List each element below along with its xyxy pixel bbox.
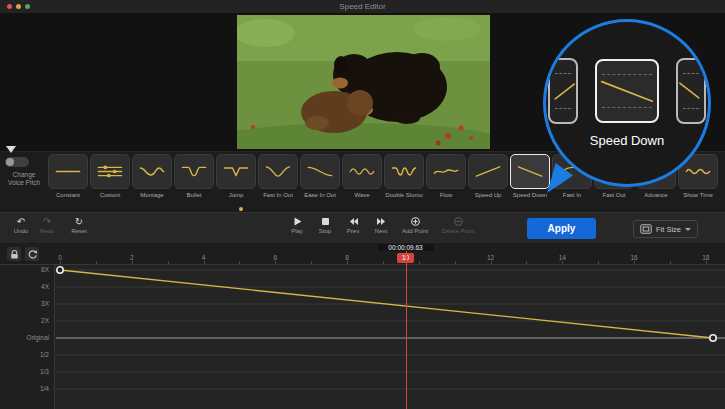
preset-montage[interactable]: Montage xyxy=(132,154,172,198)
undo-icon: ↶ xyxy=(17,216,25,227)
prev-button[interactable]: Prev xyxy=(340,216,366,234)
timeline-header: 0246812141618 00:00:09.63 10 xyxy=(0,243,725,265)
speed-scale-label: 4X xyxy=(0,283,49,290)
preset-wave[interactable]: Wave xyxy=(342,154,382,198)
ruler-tick xyxy=(132,261,133,264)
preset-speed-up[interactable]: Speed Up xyxy=(468,154,508,198)
preset-label: Ease In Out xyxy=(300,192,340,198)
playhead-timecode: 00:00:09.63 xyxy=(378,244,434,251)
preset-constant[interactable]: Constant xyxy=(48,154,88,198)
speed-up-curve-icon xyxy=(468,154,508,189)
ruler-tick-label: 18 xyxy=(702,254,709,261)
toolbar: ↶ Undo ↷ Redo ↻ Reset Play Stop Prev xyxy=(0,212,725,243)
preset-fast-in-out[interactable]: Fast In Out xyxy=(258,154,298,198)
undo-button[interactable]: ↶ Undo xyxy=(8,216,34,234)
ruler-tick xyxy=(706,261,707,264)
lock-button[interactable] xyxy=(7,247,21,261)
redo-button[interactable]: ↷ Redo xyxy=(34,216,60,234)
ruler-tick xyxy=(598,261,599,264)
flow-curve-icon xyxy=(426,154,466,189)
loop-reset-button[interactable] xyxy=(25,247,39,261)
zoom-button[interactable] xyxy=(25,4,30,9)
ruler-tick xyxy=(526,261,527,264)
stop-button[interactable]: Stop xyxy=(312,216,338,234)
titlebar: Speed Editor xyxy=(0,0,725,13)
lock-icon xyxy=(9,249,20,260)
timeline-ruler[interactable]: 0246812141618 xyxy=(0,243,725,264)
voice-pitch-toggle[interactable] xyxy=(5,157,29,167)
timeline-panel: 0246812141618 00:00:09.63 10 8X4X3X2XOri… xyxy=(0,243,725,409)
ruler-tick-label: 0 xyxy=(58,254,62,261)
preset-speed-down[interactable]: Speed Down xyxy=(510,154,550,198)
preset-label: Speed Up xyxy=(468,192,508,198)
video-preview xyxy=(237,15,490,149)
preset-jump[interactable]: Jump xyxy=(216,154,256,198)
jump-curve-icon xyxy=(216,154,256,189)
preset-label: Jump xyxy=(216,192,256,198)
preset-label: Custom xyxy=(90,192,130,198)
delete-point-icon xyxy=(453,216,464,227)
ruler-tick xyxy=(634,261,635,264)
preset-label: Bullet xyxy=(174,192,214,198)
preset-bullet[interactable]: Bullet xyxy=(174,154,214,198)
ruler-tick xyxy=(455,261,456,264)
preset-label: Show Time xyxy=(678,192,718,198)
bullet-curve-icon xyxy=(174,154,214,189)
speed-scale-label: Original xyxy=(0,334,49,341)
preset-label: Fast In Out xyxy=(258,192,298,198)
play-button[interactable]: Play xyxy=(284,216,310,234)
wave-curve-icon xyxy=(342,154,382,189)
circular-arrow-icon xyxy=(27,249,38,260)
curve-endpoint[interactable] xyxy=(57,267,63,273)
preset-flow[interactable]: Flow xyxy=(426,154,466,198)
close-button[interactable] xyxy=(7,4,12,9)
speed-scale-label: 1/2 xyxy=(0,351,49,358)
ruler-tick xyxy=(419,261,420,264)
prev-icon xyxy=(348,216,359,227)
preset-label: Advance xyxy=(636,192,676,198)
play-icon xyxy=(292,216,303,227)
fit-size-icon xyxy=(640,224,652,234)
montage-curve-icon xyxy=(132,154,172,189)
apply-button[interactable]: Apply xyxy=(527,218,596,239)
next-button[interactable]: Next xyxy=(368,216,394,234)
speed-scale-label: 3X xyxy=(0,300,49,307)
ruler-tick xyxy=(168,261,169,264)
preset-custom[interactable]: Custom xyxy=(90,154,130,198)
preset-label: Fast Out xyxy=(594,192,634,198)
preset-label: Constant xyxy=(48,192,88,198)
add-point-button[interactable]: Add Point xyxy=(398,216,432,234)
ruler-tick xyxy=(562,261,563,264)
ruler-tick xyxy=(204,261,205,264)
delete-point-button[interactable]: Delete Point xyxy=(438,216,478,234)
speed-scale-label: 1/4 xyxy=(0,385,49,392)
fit-size-dropdown[interactable]: Fit Size xyxy=(633,220,698,238)
preset-label: Fast In xyxy=(552,192,592,198)
ruler-tick xyxy=(60,261,61,264)
ruler-tick xyxy=(96,261,97,264)
reset-button[interactable]: ↻ Reset xyxy=(66,216,92,234)
preset-label: Wave xyxy=(342,192,382,198)
window-title: Speed Editor xyxy=(0,0,725,13)
redo-icon: ↷ xyxy=(43,216,51,227)
ruler-tick-label: 16 xyxy=(630,254,637,261)
preset-ease-in-out[interactable]: Ease In Out xyxy=(300,154,340,198)
reset-icon: ↻ xyxy=(75,216,83,227)
add-point-icon xyxy=(410,216,421,227)
preset-double-slomo[interactable]: Double Slomo xyxy=(384,154,424,198)
ruler-tick xyxy=(670,261,671,264)
double-slomo-curve-icon xyxy=(384,154,424,189)
callout-label: Speed Down xyxy=(546,133,708,148)
ruler-tick xyxy=(383,261,384,264)
speed-down-zoom-callout: Speed Down xyxy=(543,19,711,187)
zoomed-left-preset-partial xyxy=(548,58,578,124)
speed-scale-gutter: 8X4X3X2XOriginal1/21/31/4 xyxy=(0,265,55,409)
ruler-tick xyxy=(347,261,348,264)
playhead[interactable] xyxy=(406,251,407,409)
curve-endpoint[interactable] xyxy=(710,335,716,341)
speed-scale-label: 8X xyxy=(0,266,49,273)
pointer-triangle-icon xyxy=(6,146,16,153)
custom-sliders-icon xyxy=(90,154,130,189)
voice-pitch-label: Change Voice Pitch xyxy=(0,171,48,187)
minimize-button[interactable] xyxy=(16,4,21,9)
